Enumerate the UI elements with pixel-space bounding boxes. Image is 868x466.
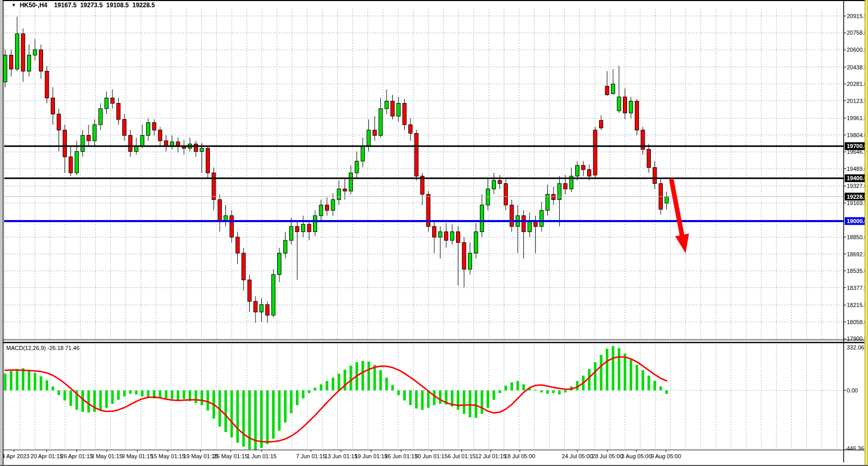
macd-histogram-bar: [266, 390, 269, 444]
candlestick: [391, 101, 394, 116]
candlestick: [105, 98, 108, 109]
candlestick: [623, 97, 627, 113]
candlestick: [69, 157, 73, 173]
time-axis-label: 6 Jul 01:15: [448, 453, 476, 459]
price-axis-label: 18850.0: [847, 234, 867, 240]
candlestick: [504, 184, 508, 205]
candlestick: [9, 55, 13, 69]
macd-histogram-bar: [320, 384, 322, 390]
time-axis-label: 12 Jul 01:15: [475, 453, 506, 459]
candlestick: [379, 109, 382, 136]
macd-histogram-bar: [34, 373, 36, 390]
candlestick: [99, 109, 103, 125]
macd-histogram-bar: [99, 390, 102, 411]
candlestick: [302, 224, 305, 231]
macd-histogram-bar: [534, 390, 537, 390]
macd-signal-line: [5, 357, 667, 442]
price-label-support: 19400.0: [847, 175, 867, 181]
candlestick: [331, 200, 335, 211]
chart-header: ▼ HK50-,H4 19167.5 19273.5 19108.5 19228…: [11, 2, 155, 9]
candlestick: [462, 242, 466, 269]
time-axis-label: 28 Jul 05:00: [592, 453, 623, 459]
candlestick: [152, 123, 156, 130]
macd-histogram-bar: [248, 390, 251, 449]
candlestick: [260, 304, 263, 312]
macd-histogram-bar: [350, 366, 352, 390]
price-axis-label: 19489.0: [847, 166, 867, 172]
macd-histogram-bar: [88, 390, 90, 413]
candlestick: [581, 165, 585, 169]
candlestick: [51, 98, 55, 114]
candlestick: [111, 98, 115, 103]
candlestick: [468, 253, 472, 269]
macd-histogram-bar: [391, 385, 394, 390]
macd-histogram-bar: [64, 390, 66, 400]
time-axis-label: 9 May 01:15: [122, 453, 153, 459]
price-axis-label: 20438.5: [847, 64, 867, 70]
candlestick: [367, 130, 371, 146]
candlestick: [93, 125, 96, 141]
ohlc-low: 19108.5: [106, 2, 129, 9]
candlestick: [337, 189, 341, 200]
candlestick: [212, 173, 216, 200]
candlestick: [438, 232, 442, 237]
macd-max-label: 332.06: [847, 344, 864, 351]
time-axis-label: 18 Jul 05:00: [504, 453, 535, 459]
macd-histogram-bar: [81, 390, 84, 412]
candlestick: [147, 123, 150, 136]
macd-histogram-bar: [612, 346, 615, 390]
candlestick: [319, 205, 323, 216]
window-edge-right: [865, 0, 868, 466]
time-axis-label: 19 May 01:15: [183, 453, 218, 459]
macd-histogram-bar: [648, 375, 650, 390]
time-axis-label: 7 Jun 01:15: [296, 453, 326, 459]
candlestick: [605, 86, 609, 95]
macd-histogram-bar: [463, 390, 465, 414]
macd-histogram-bar: [558, 390, 561, 395]
macd-histogram-bar: [499, 390, 501, 393]
macd-histogram-bar: [243, 390, 245, 447]
price-axis-label: 18535.0: [847, 268, 867, 274]
candlestick: [576, 165, 579, 176]
macd-histogram-bar: [177, 390, 179, 400]
down-arrow-shaft[interactable]: [672, 181, 682, 235]
candlestick: [57, 114, 61, 130]
time-axis-label: 13 Jun 01:15: [324, 453, 358, 459]
candlestick: [653, 168, 657, 184]
macd-histogram-bar: [588, 369, 591, 390]
price-axis-label: 20281.0: [847, 81, 867, 87]
macd-histogram-bar: [290, 390, 293, 413]
candlestick: [140, 136, 144, 147]
candlestick: [135, 146, 138, 151]
candlestick: [159, 130, 162, 141]
macd-histogram-bar: [665, 390, 668, 394]
macd-histogram-bar: [314, 388, 317, 390]
macd-histogram-bar: [505, 386, 507, 390]
macd-histogram-bar: [10, 371, 12, 390]
candlestick: [373, 130, 377, 135]
candlestick: [611, 84, 615, 94]
candlestick: [117, 104, 120, 120]
candlestick: [230, 216, 234, 237]
candlestick: [129, 136, 132, 152]
candlestick: [647, 149, 651, 167]
symbol-dropdown-icon[interactable]: ▼: [11, 3, 16, 8]
candlestick: [206, 148, 210, 173]
down-arrow-head[interactable]: [675, 234, 689, 253]
price-chart-canvas[interactable]: 20915.520758.020600.520438.520281.020123…: [0, 0, 868, 466]
time-axis-label: 1 Jun 01:15: [247, 453, 277, 459]
candlestick: [492, 180, 496, 189]
macd-histogram-bar: [344, 370, 346, 390]
candlestick: [385, 101, 389, 108]
macd-histogram-bar: [231, 390, 233, 438]
macd-histogram-bar: [439, 390, 442, 404]
candlestick: [266, 304, 269, 315]
macd-histogram-bar: [606, 349, 608, 390]
macd-histogram-bar: [546, 390, 549, 394]
price-axis-label: 20758.0: [847, 30, 867, 36]
macd-histogram-bar: [600, 355, 603, 390]
candlestick: [307, 224, 311, 231]
macd-histogram-bar: [367, 361, 370, 390]
candlestick: [558, 184, 561, 200]
candlestick: [522, 216, 525, 232]
